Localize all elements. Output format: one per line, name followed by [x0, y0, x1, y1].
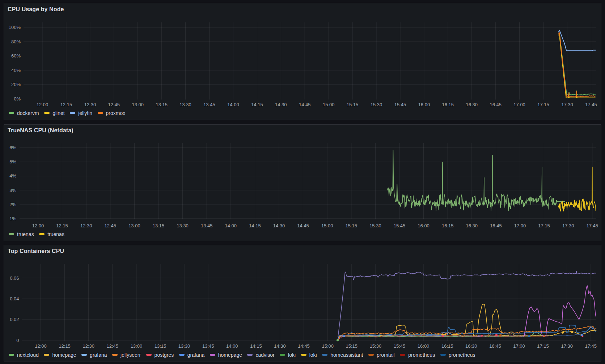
svg-text:14:30: 14:30	[273, 223, 285, 228]
svg-text:16:45: 16:45	[489, 343, 501, 349]
svg-text:14:30: 14:30	[274, 343, 286, 349]
svg-text:13:30: 13:30	[177, 223, 189, 228]
svg-text:13:45: 13:45	[202, 343, 214, 349]
svg-text:20%: 20%	[11, 82, 21, 87]
svg-text:12:45: 12:45	[105, 223, 117, 228]
svg-text:12:00: 12:00	[35, 343, 47, 349]
svg-text:17:45: 17:45	[585, 343, 597, 349]
svg-text:15:30: 15:30	[370, 343, 382, 349]
svg-text:15:00: 15:00	[321, 223, 333, 228]
svg-text:15:45: 15:45	[394, 343, 406, 349]
svg-text:6%: 6%	[9, 145, 16, 150]
svg-text:16:45: 16:45	[490, 102, 502, 107]
svg-text:0.06: 0.06	[10, 275, 19, 281]
svg-text:13:15: 13:15	[153, 223, 165, 228]
svg-text:12:45: 12:45	[107, 343, 119, 349]
svg-text:17:30: 17:30	[562, 223, 574, 228]
svg-text:13:15: 13:15	[156, 102, 168, 107]
svg-text:15:45: 15:45	[394, 102, 406, 107]
svg-text:1%: 1%	[9, 216, 16, 221]
svg-text:12:00: 12:00	[32, 223, 44, 228]
svg-text:16:15: 16:15	[442, 223, 454, 228]
svg-text:17:00: 17:00	[513, 343, 525, 349]
svg-text:14:45: 14:45	[297, 223, 309, 228]
svg-text:14:00: 14:00	[225, 223, 237, 228]
svg-text:17:15: 17:15	[537, 102, 549, 107]
svg-text:13:00: 13:00	[128, 223, 140, 228]
svg-text:0: 0	[16, 338, 19, 343]
svg-text:13:45: 13:45	[201, 223, 213, 228]
svg-text:60%: 60%	[11, 53, 21, 59]
svg-text:12:15: 12:15	[60, 102, 72, 107]
svg-text:14:30: 14:30	[275, 102, 287, 107]
svg-text:12:30: 12:30	[84, 102, 96, 107]
svg-text:14:00: 14:00	[227, 102, 239, 107]
svg-text:14:45: 14:45	[298, 343, 310, 349]
svg-text:5%: 5%	[9, 159, 16, 164]
svg-text:16:15: 16:15	[441, 343, 453, 349]
svg-text:17:30: 17:30	[561, 343, 573, 349]
svg-text:14:15: 14:15	[249, 223, 261, 228]
svg-text:13:15: 13:15	[155, 343, 166, 349]
svg-text:2%: 2%	[9, 202, 16, 207]
svg-text:0.02: 0.02	[10, 317, 19, 322]
svg-text:16:00: 16:00	[418, 343, 430, 349]
svg-text:17:00: 17:00	[513, 102, 525, 107]
svg-text:15:30: 15:30	[369, 223, 381, 228]
svg-text:17:15: 17:15	[538, 223, 550, 228]
svg-text:16:45: 16:45	[490, 223, 502, 228]
svg-text:17:15: 17:15	[537, 343, 549, 349]
svg-text:13:30: 13:30	[178, 343, 190, 349]
svg-text:13:00: 13:00	[132, 102, 144, 107]
svg-text:14:15: 14:15	[251, 102, 263, 107]
svg-text:13:45: 13:45	[203, 102, 215, 107]
svg-text:13:30: 13:30	[179, 102, 191, 107]
svg-text:17:00: 17:00	[514, 223, 526, 228]
svg-text:15:15: 15:15	[346, 223, 358, 228]
svg-text:14:45: 14:45	[299, 102, 311, 107]
svg-text:15:30: 15:30	[371, 102, 382, 107]
svg-text:16:30: 16:30	[466, 223, 478, 228]
svg-text:17:30: 17:30	[561, 102, 573, 107]
svg-text:16:00: 16:00	[418, 102, 430, 107]
svg-text:15:00: 15:00	[323, 102, 335, 107]
svg-text:13:00: 13:00	[131, 343, 143, 349]
svg-text:16:00: 16:00	[418, 223, 430, 228]
svg-text:80%: 80%	[11, 39, 21, 44]
svg-text:4%: 4%	[9, 173, 16, 179]
svg-text:16:30: 16:30	[465, 343, 477, 349]
svg-text:12:00: 12:00	[37, 102, 48, 107]
svg-text:15:45: 15:45	[394, 223, 406, 228]
svg-text:40%: 40%	[11, 68, 21, 73]
svg-text:12:15: 12:15	[56, 223, 68, 228]
svg-text:0.04: 0.04	[10, 296, 19, 301]
svg-text:15:15: 15:15	[346, 343, 358, 349]
svg-text:16:30: 16:30	[466, 102, 478, 107]
svg-text:14:15: 14:15	[250, 343, 262, 349]
svg-text:15:15: 15:15	[347, 102, 359, 107]
svg-text:15:00: 15:00	[322, 343, 334, 349]
svg-text:100%: 100%	[9, 25, 21, 30]
svg-text:16:15: 16:15	[442, 102, 454, 107]
svg-text:12:45: 12:45	[108, 102, 120, 107]
svg-text:17:45: 17:45	[587, 223, 598, 228]
svg-text:12:30: 12:30	[82, 343, 94, 349]
svg-text:0%: 0%	[14, 96, 21, 102]
svg-text:14:00: 14:00	[226, 343, 238, 349]
svg-text:3%: 3%	[9, 188, 16, 193]
svg-text:12:15: 12:15	[59, 343, 71, 349]
svg-text:17:45: 17:45	[585, 102, 597, 107]
svg-text:12:30: 12:30	[80, 223, 92, 228]
